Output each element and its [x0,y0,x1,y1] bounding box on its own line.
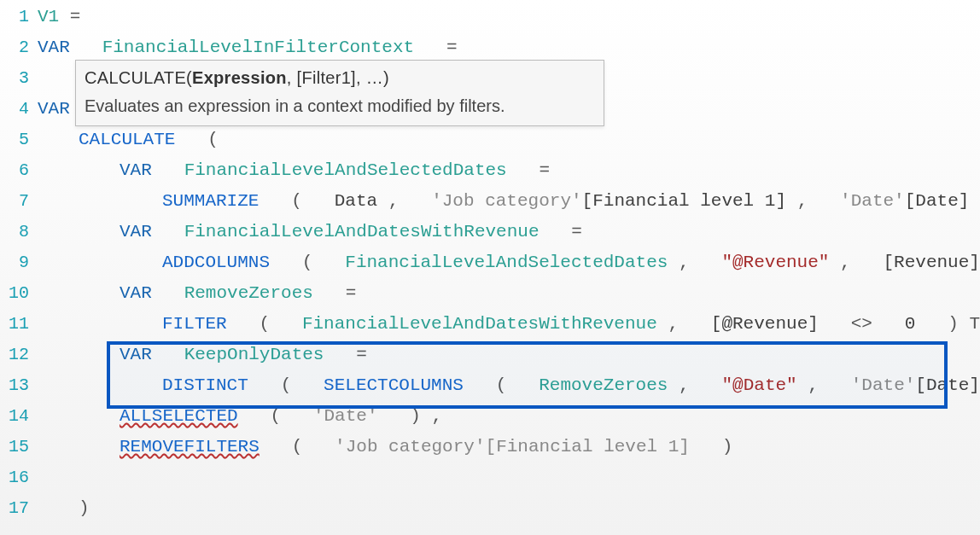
tooltip-description: Evaluates an expression in a context mod… [85,91,595,120]
filter-func: FILTER [162,314,227,334]
selectcolumns-func: SELECTCOLUMNS [324,375,464,395]
line-number-gutter: 1 2 3 4 5 6 7 8 9 10 11 12 13 14 15 16 1… [0,0,34,535]
line-number: 10 [0,278,34,309]
close-paren: ) [79,498,90,518]
code-line[interactable]: ALLSELECTED ( 'Date' ) , [34,401,980,432]
line-number: 6 [0,155,34,186]
line-number: 8 [0,217,34,247]
allselected-func: ALLSELECTED [120,406,238,426]
equals-op: = [540,160,551,180]
variable-name: FinancialLevelAndSelectedDates [184,160,507,180]
code-line[interactable]: VAR FinancialLevelAndDatesWithRevenue = [34,217,980,247]
line-number: 1 [0,2,34,32]
line-number: 15 [0,432,34,462]
line-number: 13 [0,370,34,401]
dax-editor[interactable]: 1 2 3 4 5 6 7 8 9 10 11 12 13 14 15 16 1… [0,0,980,535]
equals-op: = [356,345,367,364]
code-line[interactable]: SUMMARIZE ( Data , 'Job category'[Financ… [34,186,980,217]
equals-op: = [346,283,357,303]
open-paren: ( [207,130,219,149]
addcolumns-func: ADDCOLUMNS [162,253,270,272]
line-number: 11 [0,309,34,340]
var-keyword: VAR [120,160,152,180]
line-number: 16 [0,462,34,493]
variable-name: FinancialLevelInFilterContext [102,38,414,57]
line-number: 12 [0,340,34,370]
equals-op: = [571,222,582,241]
string-literal: "@Revenue" [721,253,829,272]
code-line[interactable]: VAR KeepOnlyDates = [34,340,980,370]
code-line[interactable]: V1 = [34,2,980,32]
variable-name: FinancialLevelAndDatesWithRevenue [184,222,540,241]
measure-name: V1 [38,7,59,26]
line-number: 5 [0,125,34,155]
code-line[interactable]: VAR FinancialLevelAndSelectedDates = [34,155,980,186]
line-number: 4 [0,94,34,125]
var-keyword: VAR [120,222,152,241]
equals-op: = [446,38,458,57]
calculate-func: CALCULATE [79,130,175,149]
distinct-func: DISTINCT [162,375,248,395]
summarize-func: SUMMARIZE [162,191,259,211]
line-number: 2 [0,32,34,63]
removefilters-func: REMOVEFILTERS [120,437,260,456]
code-line[interactable]: VAR RemoveZeroes = [34,278,980,309]
code-line[interactable]: ADDCOLUMNS ( FinancialLevelAndSelectedDa… [34,247,980,278]
text-cursor-icon: T [969,314,980,334]
code-line[interactable]: DISTINCT ( SELECTCOLUMNS ( RemoveZeroes … [34,370,980,401]
var-keyword: VAR [120,283,152,303]
code-line[interactable]: ) [34,493,980,524]
equals-op: = [70,7,81,26]
var-keyword: VAR [120,345,152,364]
code-line[interactable] [34,462,980,493]
code-line[interactable]: VAR FinancialLevelInFilterContext = [34,32,980,63]
line-number: 14 [0,401,34,432]
line-number: 3 [0,63,34,94]
line-number: 7 [0,186,34,217]
intellisense-tooltip: CALCULATE(Expression, [Filter1], …) Eval… [75,60,604,126]
code-area[interactable]: V1 = VAR FinancialLevelInFilterContext =… [34,0,980,535]
line-number: 17 [0,493,34,524]
code-line[interactable]: FILTER ( FinancialLevelAndDatesWithReven… [34,309,980,340]
code-line[interactable]: CALCULATE ( [34,125,980,155]
variable-name: KeepOnlyDates [184,345,324,364]
tooltip-signature: CALCULATE(Expression, [Filter1], …) [85,64,595,91]
line-number: 9 [0,247,34,278]
var-keyword: VAR [38,38,70,57]
string-literal: "@Date" [721,375,796,395]
variable-name: RemoveZeroes [184,283,313,303]
var-keyword: VAR [38,99,70,119]
code-line[interactable]: REMOVEFILTERS ( 'Job category'[Financial… [34,432,980,462]
